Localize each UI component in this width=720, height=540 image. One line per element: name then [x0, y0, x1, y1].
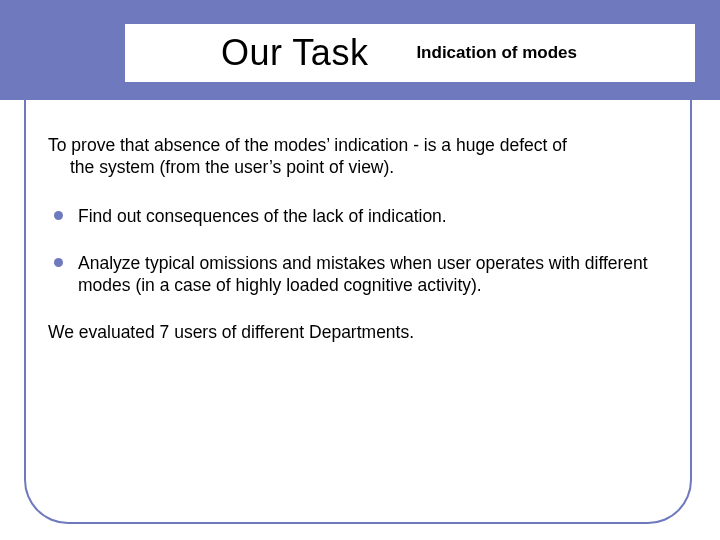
intro-line-1: To prove that absence of the modes’ indi… [48, 135, 567, 155]
accent-underline [0, 82, 720, 89]
bullet-list: Find out consequences of the lack of ind… [48, 205, 678, 297]
slide-subtitle: Indication of modes [416, 43, 577, 63]
title-box: Our Task Indication of modes [125, 24, 695, 82]
list-item: Find out consequences of the lack of ind… [48, 205, 678, 228]
intro-paragraph: To prove that absence of the modes’ indi… [48, 134, 678, 179]
intro-line-2: the system (from the user’s point of vie… [70, 156, 678, 178]
slide-title: Our Task [221, 32, 368, 74]
body-content: To prove that absence of the modes’ indi… [48, 134, 678, 344]
slide: Our Task Indication of modes To prove th… [0, 0, 720, 540]
list-item: Analyze typical omissions and mistakes w… [48, 252, 678, 298]
bullet-text: Analyze typical omissions and mistakes w… [78, 253, 648, 296]
outro-paragraph: We evaluated 7 users of different Depart… [48, 321, 678, 344]
bullet-text: Find out consequences of the lack of ind… [78, 206, 447, 226]
